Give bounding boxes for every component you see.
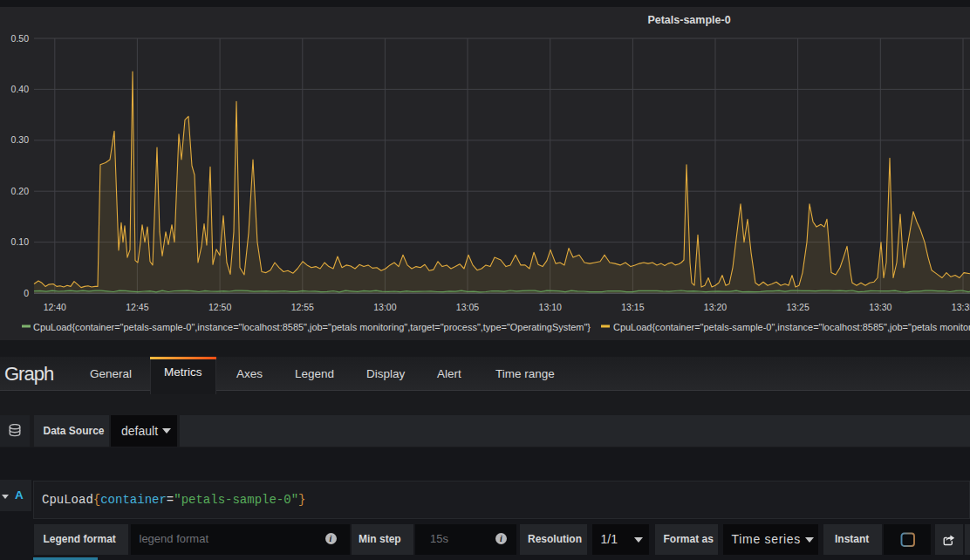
svg-text:13:25: 13:25 xyxy=(786,302,809,312)
svg-text:13:15: 13:15 xyxy=(621,302,644,312)
svg-text:12:40: 12:40 xyxy=(44,302,66,312)
svg-text:13:35: 13:35 xyxy=(952,302,970,312)
svg-text:0: 0 xyxy=(24,288,29,298)
svg-text:12:50: 12:50 xyxy=(208,302,231,312)
svg-text:13:20: 13:20 xyxy=(704,302,727,312)
svg-text:0.50: 0.50 xyxy=(11,33,30,44)
svg-text:0.40: 0.40 xyxy=(11,84,30,94)
svg-text:CpuLoad{container="petals-samp: CpuLoad{container="petals-sample-0",inst… xyxy=(33,322,591,332)
svg-text:CpuLoad{container="petals-samp: CpuLoad{container="petals-sample-0",inst… xyxy=(613,322,970,332)
svg-text:0.10: 0.10 xyxy=(11,236,30,247)
svg-text:13:10: 13:10 xyxy=(539,302,562,312)
svg-text:Petals-sample-0: Petals-sample-0 xyxy=(647,14,730,26)
svg-text:13:30: 13:30 xyxy=(869,302,891,312)
svg-text:12:45: 12:45 xyxy=(126,302,148,312)
svg-text:13:05: 13:05 xyxy=(456,302,479,312)
svg-text:0.30: 0.30 xyxy=(11,134,30,145)
svg-text:12:55: 12:55 xyxy=(291,302,314,312)
svg-text:13:00: 13:00 xyxy=(373,302,396,312)
svg-text:0.20: 0.20 xyxy=(11,186,30,196)
